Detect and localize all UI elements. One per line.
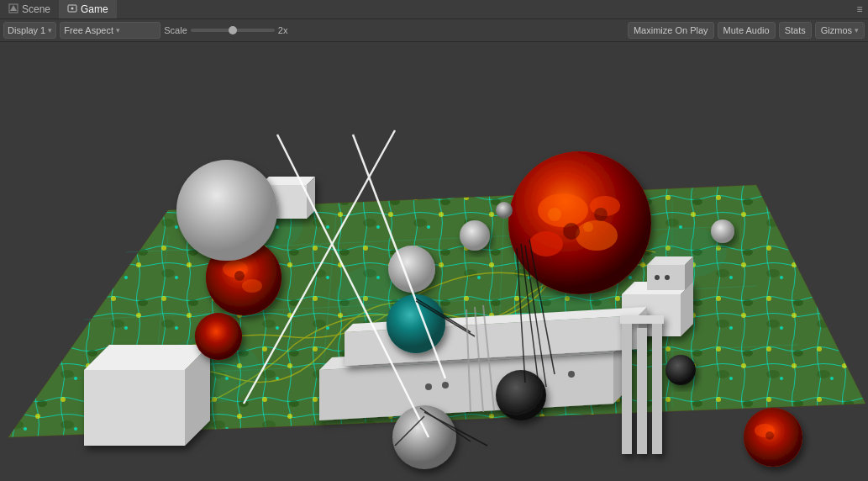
svg-point-83 (496, 202, 513, 219)
display-select[interactable]: Display 1 ▾ (3, 22, 56, 39)
svg-point-59 (548, 208, 561, 221)
gizmos-label: Gizmos (821, 25, 852, 35)
scene-tab-label: Scene (22, 3, 50, 15)
svg-point-66 (242, 279, 262, 293)
toolbar: Display 1 ▾ Free Aspect ▾ Scale 2x Maxim… (0, 18, 868, 42)
svg-rect-49 (622, 320, 632, 454)
svg-point-60 (583, 222, 593, 232)
mute-audio-button[interactable]: Mute Audio (718, 22, 776, 39)
tab-game[interactable]: Game (59, 0, 117, 18)
scale-value: 2x (278, 25, 288, 35)
svg-point-43 (425, 383, 432, 390)
display-chevron-icon: ▾ (48, 26, 52, 34)
scale-label: Scale (164, 25, 187, 35)
editor-window: Scene Game ≡ Display 1 ▾ Free Aspect ▾ (0, 0, 868, 481)
svg-point-81 (460, 220, 490, 251)
svg-marker-26 (84, 370, 185, 446)
game-viewport (0, 42, 868, 481)
maximize-on-play-button[interactable]: Maximize On Play (628, 22, 714, 39)
display-label: Display 1 (8, 25, 45, 35)
scene-canvas (0, 42, 868, 481)
tab-bar: Scene Game ≡ (0, 0, 868, 18)
svg-marker-1 (10, 5, 17, 11)
svg-rect-52 (620, 315, 664, 324)
mute-label: Mute Audio (723, 25, 770, 35)
svg-point-76 (392, 405, 456, 469)
tab-menu-button[interactable]: ≡ (851, 0, 868, 18)
svg-point-67 (234, 271, 245, 281)
aspect-select[interactable]: Free Aspect ▾ (60, 22, 160, 39)
svg-point-71 (765, 431, 774, 440)
scale-control: Scale 2x (164, 25, 287, 35)
tab-scene[interactable]: Scene (0, 0, 59, 18)
scene-tab-icon (8, 3, 18, 16)
svg-point-45 (568, 371, 575, 378)
stats-label: Stats (785, 25, 806, 35)
svg-point-55 (538, 193, 588, 227)
scale-thumb (229, 26, 237, 34)
svg-point-73 (195, 313, 242, 360)
svg-point-80 (665, 355, 696, 385)
aspect-chevron-icon: ▾ (116, 26, 120, 34)
scale-slider[interactable] (191, 29, 275, 32)
aspect-label: Free Aspect (64, 25, 113, 35)
svg-point-61 (563, 223, 580, 240)
svg-point-57 (529, 231, 563, 256)
game-tab-icon (67, 3, 77, 16)
gizmos-chevron-icon: ▾ (855, 26, 859, 34)
game-tab-label: Game (81, 3, 108, 15)
svg-point-38 (655, 275, 660, 280)
svg-point-79 (496, 370, 546, 420)
svg-point-44 (442, 382, 449, 388)
svg-point-62 (594, 208, 608, 221)
svg-point-74 (176, 160, 277, 261)
svg-rect-50 (637, 328, 647, 454)
svg-rect-51 (652, 324, 662, 454)
svg-point-82 (711, 219, 734, 243)
svg-point-56 (576, 220, 618, 251)
gizmos-button[interactable]: Gizmos ▾ (815, 22, 865, 39)
svg-point-75 (388, 246, 435, 293)
maximize-label: Maximize On Play (634, 25, 708, 35)
svg-point-39 (665, 275, 670, 280)
svg-point-3 (71, 7, 74, 9)
stats-button[interactable]: Stats (779, 22, 812, 39)
